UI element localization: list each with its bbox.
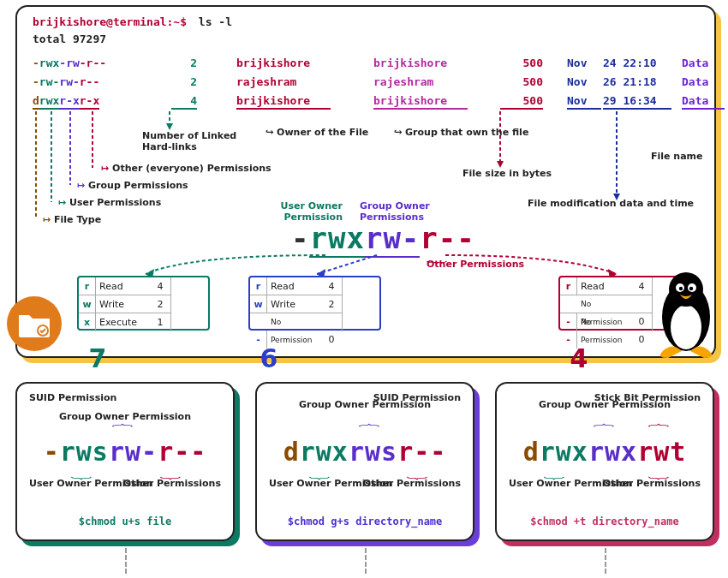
perm-string: -rw-rw-r-- — [33, 75, 127, 88]
owner-name: brijkishore — [236, 57, 331, 69]
label-group-owner-perm: Group Owner Permissions — [360, 200, 445, 223]
prompt-userhost: brijkishore@terminal:~$ — [33, 15, 187, 28]
card-command: $chmod +t directory_name — [497, 515, 713, 527]
card-top-r: SUID Permission — [373, 392, 461, 403]
connector-stub — [605, 548, 606, 574]
file-size: 500 — [500, 75, 543, 88]
label-other-perm: ↦ Other (everyone) Permissions — [101, 163, 272, 174]
svg-point-12 — [671, 305, 701, 349]
terminal-prompt: brijkishore@terminal:~$ ls -l — [33, 15, 232, 28]
sgid-card: Group Owner Permission SUID Permission ⏞… — [255, 382, 474, 541]
group-name: brijkishore — [373, 57, 468, 69]
month: Nov — [567, 75, 601, 88]
suid-card: SUID Permission Group Owner Permission ⏞… — [15, 382, 235, 541]
connector-stub — [365, 548, 367, 574]
ls-row: -rwx-rw-r-- 2 brijkishore brijkishore 50… — [33, 57, 709, 74]
label-fname: File name — [651, 151, 703, 162]
octal-card-group: rRead4 wWrite2 -No Permission0 6 — [248, 276, 381, 331]
perm-string: drwxrwxrwt — [497, 437, 713, 467]
file-size: 500 — [500, 94, 543, 110]
perm-string: -rwsrw-r-- — [17, 437, 233, 467]
file-name: Data — [682, 57, 725, 69]
label-mtime: File modification data and time — [528, 198, 694, 209]
svg-point-17 — [689, 287, 693, 290]
label-owner: ↪ Owner of the File — [266, 127, 368, 138]
owner-name: rajeshram — [236, 75, 331, 88]
day-time: 29 16:34 — [603, 94, 671, 110]
card-bot-r: Other Permissions — [603, 478, 701, 489]
label-user-perm: ↦ User Permissions — [58, 197, 161, 208]
ls-row: drwxr-xr-x 4 brijkishore brijkishore 500… — [33, 94, 709, 111]
link-count: 4 — [171, 94, 197, 110]
svg-marker-5 — [497, 161, 504, 168]
octal-sum: 6 — [250, 331, 288, 386]
file-name: Data — [682, 75, 725, 88]
label-group: ↪ Group that own the file — [394, 127, 528, 138]
file-size: 500 — [500, 57, 543, 69]
ls-explainer-card: brijkishore@terminal:~$ ls -l total 9729… — [15, 5, 716, 358]
prompt-command: ls -l — [199, 15, 232, 28]
card-bot-r: Other Permissions — [363, 478, 461, 489]
perm-string: -rwx-rw-r-- — [33, 57, 127, 69]
octal-sum: 4 — [560, 331, 598, 386]
connector-stub — [125, 548, 127, 574]
label-user-owner-perm: User Owner Permission — [274, 200, 343, 223]
stickybit-card: Group Owner Permission Stick Bit Permiss… — [495, 382, 714, 541]
label-file-type: ↦ File Type — [43, 214, 101, 225]
label-group-perm: ↦ Group Permissions — [77, 180, 188, 191]
perm-string: drwxr-xr-x — [33, 94, 127, 107]
month: Nov — [567, 94, 601, 110]
group-name: brijkishore — [373, 94, 468, 110]
day-time: 26 21:18 — [603, 75, 671, 88]
folder-badge-icon — [7, 296, 62, 351]
card-command: $chmod u+s file — [17, 515, 233, 527]
octal-sum: 7 — [79, 331, 116, 386]
card-title: SUID Permission — [29, 392, 116, 403]
card-top-r: Stick Bit Permission — [594, 392, 701, 403]
connector-lines — [17, 7, 718, 229]
svg-point-13 — [669, 272, 703, 307]
perm-string: drwxrwsr-- — [257, 437, 473, 467]
link-count: 2 — [171, 57, 197, 69]
svg-point-16 — [679, 287, 683, 290]
month: Nov — [567, 57, 601, 69]
label-hardlinks: Number of Linked Hard-links — [142, 130, 245, 152]
link-count: 2 — [171, 75, 197, 88]
tux-penguin-icon — [647, 265, 725, 360]
day-time: 24 22:10 — [603, 57, 671, 69]
ls-total-line: total 97297 — [33, 33, 106, 45]
svg-marker-4 — [166, 123, 173, 130]
brace-icon: ⏟ — [427, 247, 447, 265]
owner-name: brijkishore — [236, 94, 331, 110]
octal-card-user: rRead4 wWrite2 xExecute1 7 — [77, 276, 210, 331]
card-command: $chmod g+s directory_name — [257, 515, 473, 527]
file-name: Data — [682, 94, 725, 110]
group-name: rajeshram — [373, 75, 468, 88]
card-bot-r: Other Permissions — [123, 478, 221, 489]
label-size: File size in bytes — [462, 168, 552, 179]
ls-row: -rw-rw-r-- 2 rajeshram rajeshram 500 Nov… — [33, 75, 709, 92]
